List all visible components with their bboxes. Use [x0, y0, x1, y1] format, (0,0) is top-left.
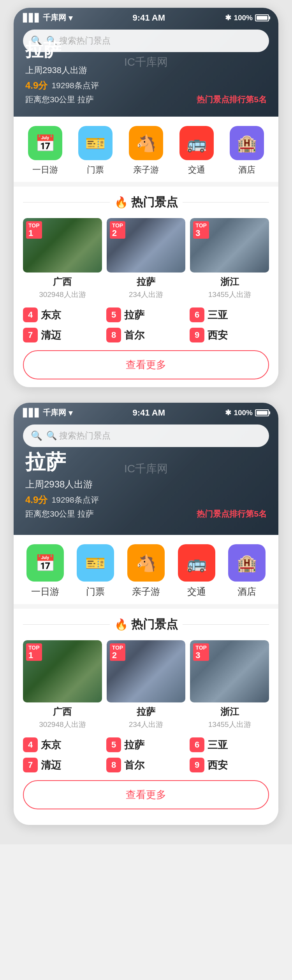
- top3-item-2-2[interactable]: TOP 2 拉萨 234人出游: [107, 640, 186, 730]
- category-label-jiudian: 酒店: [238, 164, 255, 176]
- header-line-right: [183, 202, 269, 203]
- top3-grid: TOP 1 广西 302948人出游 TOP 2 拉萨 234人出游: [23, 218, 269, 300]
- rank-item-9[interactable]: 9 西安: [190, 328, 269, 342]
- rank-item-2-8[interactable]: 8 首尔: [106, 758, 186, 772]
- category-label-qinziyou: 亲子游: [133, 164, 159, 176]
- rank-item-8[interactable]: 8 首尔: [106, 328, 186, 342]
- rank-badge-2-4: 4: [23, 737, 38, 752]
- top3-item-1[interactable]: TOP 1 广西 302948人出游: [23, 218, 102, 300]
- rank-name-8: 首尔: [124, 328, 144, 342]
- category-item-2-jiudian[interactable]: 🏨 酒店: [228, 544, 266, 598]
- category-icon-2-jiudian: 🏨: [228, 544, 266, 582]
- rank-name-2-5: 拉萨: [124, 738, 144, 752]
- section-title: 🔥 热门景点: [114, 194, 178, 210]
- battery-fill-2: [257, 411, 267, 415]
- category-item-2-qinziyou[interactable]: 🐴 亲子游: [127, 544, 165, 598]
- wifi-icon: ▾: [69, 13, 72, 23]
- rank-item-2-4[interactable]: 4 东京: [23, 737, 102, 752]
- top3-visitors-2-3: 13455人出游: [190, 720, 269, 730]
- top3-item-2[interactable]: TOP 2 拉萨 234人出游: [107, 218, 186, 300]
- category-item-jiudian[interactable]: 🏨 酒店: [230, 126, 264, 176]
- top3-name-2-2: 拉萨: [107, 706, 186, 718]
- bus-icon: 🚌: [186, 134, 207, 153]
- hero-reviews-2: 19298条点评: [51, 494, 99, 505]
- hot-section: 🔥 热门景点 TOP 1 广西 302948人出游: [14, 187, 278, 387]
- category-item-2-yiri[interactable]: 📅 一日游: [26, 544, 64, 598]
- category-item-jiaotong[interactable]: 🚌 交通: [179, 126, 214, 176]
- section-title-2: 🔥 热门景点: [114, 617, 178, 632]
- view-more-button[interactable]: 查看更多: [23, 350, 269, 379]
- rank-badge-2-9: 9: [190, 758, 204, 772]
- hotel-icon: 🏨: [237, 134, 257, 153]
- category-label-2-jiudian: 酒店: [237, 585, 256, 598]
- rank-badge-2-7: 7: [23, 758, 38, 772]
- category-label-2-jiaotong: 交通: [187, 585, 206, 598]
- top3-visitors-2-1: 302948人出游: [23, 720, 102, 730]
- top3-name-3: 浙江: [190, 276, 269, 288]
- header-line-left: [23, 202, 110, 203]
- top-badge-2-2: TOP 2: [110, 643, 126, 661]
- header-line-left-2: [23, 624, 110, 625]
- category-label-jiaotong: 交通: [188, 164, 205, 176]
- rank-item-2-7[interactable]: 7 清迈: [23, 758, 102, 772]
- category-item-menpiao[interactable]: 🎫 门票: [78, 126, 113, 176]
- header-line-right-2: [183, 624, 269, 625]
- phone-frame-2: ▋▋▋ 千库网 ▾ 9:41 AM ✱ 100% 🔍 🔍 搜索热门景点: [14, 403, 278, 825]
- signal-icon: ▋▋▋: [23, 13, 40, 23]
- battery-label-2: 100%: [234, 409, 253, 417]
- rank-item-2-9[interactable]: 9 西安: [190, 758, 269, 772]
- top3-visitors-2: 234人出游: [107, 290, 186, 300]
- rank-item-4[interactable]: 4 东京: [23, 307, 102, 322]
- category-item-2-menpiao[interactable]: 🎫 门票: [77, 544, 114, 598]
- battery-fill: [257, 16, 267, 20]
- top3-item-2-3[interactable]: TOP 3 浙江 13455人出游: [190, 640, 269, 730]
- category-icon-2-menpiao: 🎫: [77, 544, 114, 582]
- page-bottom-spacer: [14, 825, 278, 837]
- rank-name-2-4: 东京: [41, 738, 61, 752]
- top3-item-3[interactable]: TOP 3 浙江 13455人出游: [190, 218, 269, 300]
- hero-subtitle-2: 上周2938人出游: [25, 478, 267, 491]
- search-bar-2[interactable]: 🔍 🔍 搜索热门景点: [23, 424, 269, 447]
- rank-item-5[interactable]: 5 拉萨: [106, 307, 186, 322]
- top3-name-1: 广西: [23, 276, 102, 288]
- category-item-2-jiaotong[interactable]: 🚌 交通: [178, 544, 215, 598]
- top3-visitors-2-2: 234人出游: [107, 720, 186, 730]
- hero-rating: 4.9分: [25, 79, 47, 92]
- section-title-text-2: 热门景点: [131, 617, 178, 632]
- category-icon-jiaotong: 🚌: [179, 126, 214, 160]
- hero-bottom-row-2: 距离您30公里 拉萨 热门景点排行第5名: [25, 508, 267, 519]
- status-left: ▋▋▋ 千库网 ▾: [23, 12, 72, 23]
- hero-rating-row: 4.9分 19298条点评: [25, 79, 267, 92]
- rank-badge-4: 4: [23, 307, 38, 322]
- bluetooth-icon-2: ✱: [225, 408, 231, 417]
- rank-item-2-5[interactable]: 5 拉萨: [106, 737, 186, 752]
- rank-item-2-6[interactable]: 6 三亚: [190, 737, 269, 752]
- hotel-icon-2: 🏨: [237, 554, 257, 573]
- fire-icon-2: 🔥: [114, 618, 128, 631]
- phone-frame-1: ▋▋▋ 千库网 ▾ 9:41 AM ✱ 100% 🔍 🔍 搜索热门景点: [14, 8, 278, 387]
- top3-name-2-3: 浙江: [190, 706, 269, 718]
- view-more-button-2[interactable]: 查看更多: [23, 780, 269, 809]
- top3-item-2-1[interactable]: TOP 1 广西 302948人出游: [23, 640, 102, 730]
- status-time: 9:41 AM: [132, 13, 165, 23]
- carrier-name-2: 千库网: [43, 407, 66, 418]
- section-header: 🔥 热门景点: [23, 194, 269, 210]
- rank-name-7: 清迈: [41, 328, 61, 342]
- category-label-2-qinziyou: 亲子游: [132, 585, 160, 598]
- horse-icon: 🐴: [136, 134, 156, 153]
- top3-name-2: 拉萨: [107, 276, 186, 288]
- hero-bottom-row: 距离您30公里 拉萨 热门景点排行第5名: [25, 94, 267, 105]
- category-icon-jiudian: 🏨: [230, 126, 264, 160]
- hero-distance: 距离您30公里 拉萨: [25, 94, 94, 105]
- top-badge-2-1: TOP 1: [26, 643, 42, 661]
- calendar-icon-2: 📅: [35, 554, 55, 573]
- rank-badge-8: 8: [106, 328, 121, 342]
- category-item-yiri[interactable]: 📅 一日游: [28, 126, 62, 176]
- rank-item-7[interactable]: 7 清迈: [23, 328, 102, 342]
- category-icon-qinziyou: 🐴: [129, 126, 163, 160]
- status-bar: ▋▋▋ 千库网 ▾ 9:41 AM ✱ 100%: [14, 8, 278, 26]
- category-item-qinziyou[interactable]: 🐴 亲子游: [129, 126, 163, 176]
- rank-item-6[interactable]: 6 三亚: [190, 307, 269, 322]
- section-spacer: [14, 387, 278, 403]
- fire-icon: 🔥: [114, 196, 128, 209]
